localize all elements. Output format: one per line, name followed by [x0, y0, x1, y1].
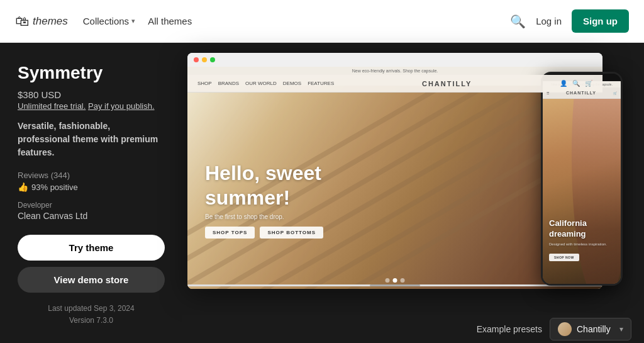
reviews-positive: 👍 93% positive	[18, 182, 165, 192]
nav-links: Collections ▾ All themes	[83, 16, 495, 26]
theme-description: Versatile, fashionable, professional the…	[18, 120, 165, 159]
hero-buttons: SHOP TOPS SHOP BOTTOMS	[205, 227, 323, 239]
dot-3	[401, 278, 405, 283]
mobile-logo: CHANTILLY	[566, 91, 596, 95]
free-trial-text: Unlimited free trial. Pay if you publish…	[18, 101, 165, 111]
mockup-topbar	[187, 53, 602, 67]
mobile-hero-sub: Designed with timeless inspiration.	[549, 242, 614, 246]
hero-headline-2: summer!	[205, 186, 290, 209]
mobile-hero-headline: California dreaming	[549, 218, 614, 240]
logo-text: themes	[33, 15, 68, 28]
chevron-down-icon: ▾	[131, 17, 135, 25]
mobile-menu-icon: ☰	[547, 91, 549, 95]
all-themes-label: All themes	[148, 16, 192, 26]
scroll-thumb	[370, 284, 420, 286]
free-trial-link[interactable]: Unlimited free trial.	[18, 101, 86, 111]
hero-sub: Be the first to shop the drop.	[205, 213, 323, 220]
all-themes-link[interactable]: All themes	[148, 16, 192, 26]
mobile-site-header: ☰ CHANTILLY 🛒	[543, 87, 621, 99]
chevron-down-icon: ▾	[619, 325, 623, 334]
reviews-positive-text: 93% positive	[31, 183, 78, 192]
view-demo-button[interactable]: View demo store	[18, 267, 165, 293]
theme-title: Symmetry	[18, 63, 165, 83]
site-logo: CHANTILLY	[422, 80, 472, 87]
pagination-dots	[386, 278, 405, 283]
mobile-hero: California dreaming Designed with timele…	[543, 99, 621, 286]
developer-name: Clean Canvas Ltd	[18, 211, 165, 221]
account-icon: 👤	[560, 80, 567, 87]
nav-demos: DEMOS	[283, 81, 301, 86]
nav-right: 🔍 Log in Sign up	[510, 9, 629, 33]
mockup-body: New eco-friendly arrivals. Shop the caps…	[187, 67, 602, 289]
nav-logo[interactable]: 🛍 themes	[15, 13, 68, 30]
developer-section: Developer Clean Canvas Ltd	[18, 201, 165, 221]
login-link[interactable]: Log in	[536, 16, 562, 26]
dot-1	[386, 278, 390, 283]
close-dot	[194, 57, 199, 62]
preview-area: New eco-friendly arrivals. Shop the caps…	[182, 43, 644, 343]
last-updated: Last updated Sep 3, 2024	[18, 303, 165, 315]
hero-area: Hello, sweet summer! Be the first to sho…	[187, 86, 602, 289]
main-content: Symmetry $380 USD Unlimited free trial. …	[0, 43, 644, 343]
navbar: 🛍 themes Collections ▾ All themes 🔍 Log …	[0, 0, 644, 43]
mobile-shop-now-button[interactable]: SHOP NOW	[549, 254, 579, 261]
dot-2	[393, 278, 397, 283]
nav-shop: SHOP	[197, 81, 212, 86]
hero-text: Hello, sweet summer! Be the first to sho…	[205, 161, 323, 239]
preset-name: Chantilly	[577, 324, 614, 334]
signup-button[interactable]: Sign up	[572, 9, 629, 33]
mobile-cart-icon: 🛒	[613, 91, 617, 95]
presets-label: Example presets	[477, 324, 542, 334]
desktop-mockup: New eco-friendly arrivals. Shop the caps…	[187, 53, 602, 289]
thumbs-up-icon: 👍	[18, 182, 28, 192]
preset-avatar	[558, 322, 572, 336]
cart-icon-site: 🛒	[585, 80, 592, 87]
mobile-headline-2: dreaming	[549, 229, 586, 239]
nav-brands: BRANDS	[218, 81, 239, 86]
mobile-mockup: New eco-friendly arrivals. Shop the caps…	[541, 72, 623, 286]
hero-headline: Hello, sweet summer!	[205, 161, 323, 210]
nav-features: FEATURES	[308, 81, 334, 86]
mobile-hero-text: California dreaming Designed with timele…	[549, 218, 614, 261]
version-number: Version 7.3.0	[18, 315, 165, 327]
search-icon[interactable]: 🔍	[510, 14, 526, 29]
site-nav: SHOP BRANDS OUR WORLD DEMOS FEATURES	[197, 81, 334, 86]
sidebar: Symmetry $380 USD Unlimited free trial. …	[0, 43, 182, 343]
shop-tops-button[interactable]: SHOP TOPS	[205, 227, 255, 239]
bottom-bar: Example presets Chantilly ▾	[182, 315, 644, 343]
preview-wrapper: New eco-friendly arrivals. Shop the caps…	[187, 53, 629, 343]
site-icons: 👤 🔍 🛒	[560, 80, 592, 87]
site-banner: New eco-friendly arrivals. Shop the caps…	[187, 67, 602, 75]
developer-label: Developer	[18, 201, 165, 210]
expand-dot	[210, 57, 215, 62]
collections-link[interactable]: Collections ▾	[83, 16, 135, 26]
shop-bottoms-button[interactable]: SHOP BOTTOMS	[260, 227, 323, 239]
pay-if-publish: Pay if you publish.	[88, 101, 155, 111]
minimize-dot	[202, 57, 207, 62]
mobile-body: New eco-friendly arrivals. Shop the caps…	[543, 81, 621, 286]
preset-dropdown[interactable]: Chantilly ▾	[550, 318, 631, 340]
site-header: SHOP BRANDS OUR WORLD DEMOS FEATURES CHA…	[187, 75, 602, 93]
search-icon-site: 🔍	[572, 80, 580, 87]
reviews-label: Reviews (344)	[18, 171, 165, 180]
update-info: Last updated Sep 3, 2024 Version 7.3.0	[18, 303, 165, 327]
bag-icon: 🛍	[15, 13, 29, 30]
collections-label: Collections	[83, 16, 129, 26]
scroll-indicator	[187, 284, 602, 286]
reviews-section: Reviews (344) 👍 93% positive	[18, 171, 165, 192]
nav-ourworld: OUR WORLD	[245, 81, 277, 86]
hero-headline-1: Hello, sweet	[205, 162, 321, 184]
mobile-headline-1: California	[549, 218, 587, 228]
theme-price: $380 USD	[18, 89, 165, 100]
try-theme-button[interactable]: Try theme	[18, 235, 165, 261]
